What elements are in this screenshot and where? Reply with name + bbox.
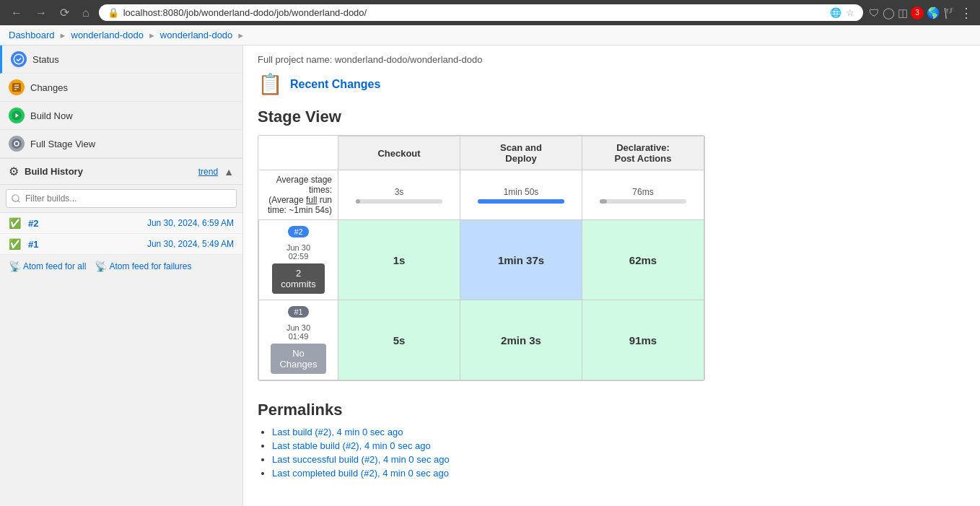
sidebar-item-build-now[interactable]: Build Now xyxy=(0,102,242,130)
menu-icon[interactable]: ⋮ xyxy=(960,5,973,21)
globe-ext-icon: 🌎 xyxy=(927,6,940,19)
build-1-checkout-cell: 5s xyxy=(338,300,460,380)
stage-header-checkout: Checkout xyxy=(338,136,460,170)
build-2-commits[interactable]: 2commits xyxy=(272,263,324,294)
build-status-success-icon-2: ✅ xyxy=(9,217,21,229)
permalinks-title: Permalinks xyxy=(258,401,966,419)
build-2-date: Jun 30 xyxy=(265,243,332,252)
filter-input-wrapper xyxy=(0,185,242,213)
atom-feed-failures-link[interactable]: 📡 Atom feed for failures xyxy=(95,261,191,272)
changes-icon xyxy=(9,79,25,95)
build-now-icon xyxy=(9,108,25,123)
sidebar-item-changes[interactable]: Changes xyxy=(0,74,242,102)
breadcrumb-sep-1: ► xyxy=(59,31,67,40)
permalink-last-successful[interactable]: Last successful build (#2), 4 min 0 sec … xyxy=(272,454,450,465)
stage-header-empty xyxy=(259,136,338,170)
breadcrumb-wonderland-2[interactable]: wonderland-dodo xyxy=(160,30,232,40)
url-text: localhost:8080/job/wonderland-dodo/job/w… xyxy=(123,7,367,18)
bookmark-icon: ☆ xyxy=(846,7,854,18)
avg-post-cell: 76ms xyxy=(582,170,704,220)
project-name: Full project name: wonderland-dodo/wonde… xyxy=(258,54,966,65)
atom-feed-all-link[interactable]: 📡 Atom feed for all xyxy=(9,261,86,272)
list-item: Last stable build (#2), 4 min 0 sec ago xyxy=(272,440,966,451)
address-bar[interactable]: 🔒 localhost:8080/job/wonderland-dodo/job… xyxy=(99,4,863,21)
sidebar-full-stage-view-label: Full Stage View xyxy=(30,139,95,149)
build-history-gear-icon: ⚙ xyxy=(9,165,19,178)
notepad-icon: 📋 xyxy=(258,72,283,96)
sidebar-build-now-label: Build Now xyxy=(30,110,73,121)
build-date-2[interactable]: Jun 30, 2024, 6:59 AM xyxy=(147,218,234,228)
build-1-post-cell: 91ms xyxy=(582,300,704,380)
permalinks-list: Last build (#2), 4 min 0 sec ago Last st… xyxy=(258,427,966,479)
permalink-last-build[interactable]: Last build (#2), 4 min 0 sec ago xyxy=(272,427,403,437)
build-1-info-cell: #1 Jun 30 01:49 NoChanges xyxy=(259,300,338,380)
filter-builds-input[interactable] xyxy=(6,189,237,208)
flag-ext-icon: 🏴 xyxy=(943,6,957,19)
breadcrumb-wonderland-1[interactable]: wonderland-dodo xyxy=(71,30,144,40)
build-row-2: #2 Jun 30 02:59 2commits 1s 1min 37s 62m… xyxy=(259,220,704,300)
avg-checkout-progress xyxy=(356,199,442,204)
permalink-last-completed[interactable]: Last completed build (#2), 4 min 0 sec a… xyxy=(272,468,449,479)
trend-link[interactable]: trend xyxy=(198,167,218,177)
build-1-no-changes[interactable]: NoChanges xyxy=(271,344,325,374)
atom-feed-failures-icon: 📡 xyxy=(95,261,107,272)
avg-scan-progress xyxy=(478,199,564,204)
build-link-1[interactable]: #1 xyxy=(28,239,50,250)
build-2-badge[interactable]: #2 xyxy=(288,226,308,237)
breadcrumb-sep-2: ► xyxy=(148,31,156,40)
avg-post-time: 76ms xyxy=(590,187,696,197)
build-history-title: Build History xyxy=(25,166,193,177)
sidebar-status-label: Status xyxy=(32,54,59,65)
sidebar: Status Changes Build Now Full Stage View xyxy=(0,45,243,506)
translate-icon: 🌐 xyxy=(830,7,841,18)
stage-header-row: Checkout Scan andDeploy Declarative:Post… xyxy=(259,136,704,170)
puzzle-ext-icon: ◫ xyxy=(898,6,908,19)
main-layout: Status Changes Build Now Full Stage View xyxy=(0,45,980,506)
status-icon xyxy=(11,51,27,67)
build-1-time: 01:49 xyxy=(265,332,332,341)
security-icon: 🔒 xyxy=(108,7,119,18)
back-button[interactable]: ← xyxy=(7,5,26,21)
home-button[interactable]: ⌂ xyxy=(79,5,93,21)
build-item-1[interactable]: ✅ #1 Jun 30, 2024, 5:49 AM xyxy=(0,234,242,255)
build-item-2[interactable]: ✅ #2 Jun 30, 2024, 6:59 AM xyxy=(0,213,242,234)
stage-header-scan-deploy: Scan andDeploy xyxy=(460,136,582,170)
sidebar-item-status[interactable]: Status xyxy=(0,45,242,74)
recent-changes-section: 📋 Recent Changes xyxy=(258,72,966,96)
build-history-collapse-btn[interactable]: ▲ xyxy=(224,166,234,178)
sidebar-changes-label: Changes xyxy=(30,82,68,93)
build-2-post-cell: 62ms xyxy=(582,220,704,300)
circle-ext-icon: ◯ xyxy=(883,6,895,19)
build-2-scan-cell: 1min 37s xyxy=(460,220,582,300)
avg-scan-cell: 1min 50s xyxy=(460,170,582,220)
list-item: Last completed build (#2), 4 min 0 sec a… xyxy=(272,468,966,479)
stage-table-wrapper: Checkout Scan andDeploy Declarative:Post… xyxy=(258,135,705,381)
sidebar-item-full-stage-view[interactable]: Full Stage View xyxy=(0,130,242,158)
build-list: ✅ #2 Jun 30, 2024, 6:59 AM ✅ #1 Jun 30, … xyxy=(0,213,242,255)
shield-ext-icon: 🛡 xyxy=(869,6,880,19)
breadcrumb-dashboard[interactable]: Dashboard xyxy=(9,30,55,40)
build-1-badge[interactable]: #1 xyxy=(288,306,308,318)
build-2-info-cell: #2 Jun 30 02:59 2commits xyxy=(259,220,338,300)
stage-view-title: Stage View xyxy=(258,108,966,126)
avg-checkout-cell: 3s xyxy=(338,170,460,220)
browser-extensions: 🛡 ◯ ◫ 3 🌎 🏴 ⋮ xyxy=(869,5,973,21)
build-2-checkout-cell: 1s xyxy=(338,220,460,300)
avg-post-progress xyxy=(600,199,686,204)
avg-scan-time: 1min 50s xyxy=(468,187,574,197)
breadcrumb-sep-3: ► xyxy=(237,31,245,40)
list-item: Last successful build (#2), 4 min 0 sec … xyxy=(272,454,966,465)
atom-feeds: 📡 Atom feed for all 📡 Atom feed for fail… xyxy=(0,255,242,278)
stage-table: Checkout Scan andDeploy Declarative:Post… xyxy=(258,136,704,380)
recent-changes-link[interactable]: Recent Changes xyxy=(290,78,380,91)
avg-checkout-bar xyxy=(356,199,360,204)
build-link-2[interactable]: #2 xyxy=(28,218,50,229)
svg-point-0 xyxy=(14,54,24,64)
forward-button[interactable]: → xyxy=(32,5,51,21)
build-date-1[interactable]: Jun 30, 2024, 5:49 AM xyxy=(147,239,234,249)
permalink-last-stable[interactable]: Last stable build (#2), 4 min 0 sec ago xyxy=(272,440,431,451)
build-1-date: Jun 30 xyxy=(265,323,332,332)
refresh-button[interactable]: ⟳ xyxy=(56,4,73,21)
avg-scan-bar xyxy=(478,199,564,204)
build-row-1: #1 Jun 30 01:49 NoChanges 5s 2min 3s 91m… xyxy=(259,300,704,380)
